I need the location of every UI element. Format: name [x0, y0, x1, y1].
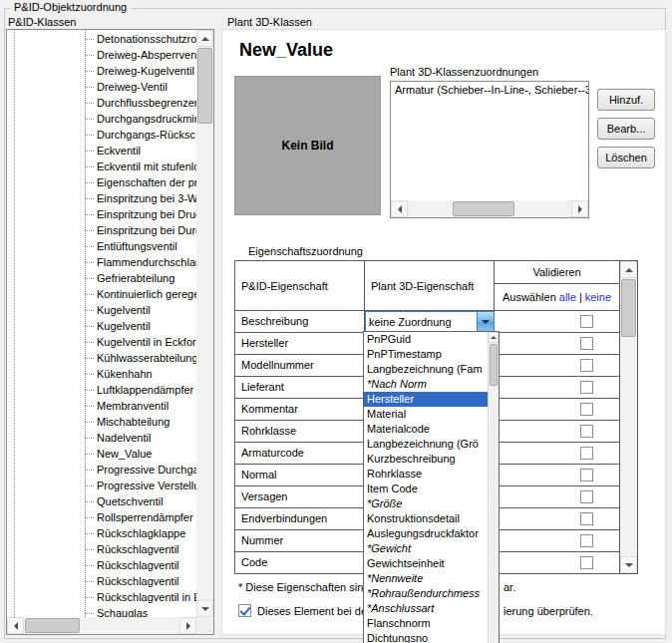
validate-checkbox[interactable] [580, 512, 593, 525]
tree-item[interactable]: Kühlwasserabteilung [7, 350, 196, 366]
validate-checkbox[interactable] [580, 315, 593, 328]
tree-item[interactable]: Kugelventil [7, 302, 196, 318]
scroll-up-button[interactable] [620, 261, 637, 278]
dropdown-option[interactable]: *Rohraußendurchmess [364, 586, 488, 601]
dropdown-option[interactable]: Material [364, 407, 488, 422]
dropdown-scroll-up-button[interactable] [489, 332, 499, 343]
dropdown-option[interactable]: Hersteller [364, 392, 488, 407]
edit-button[interactable]: Bearb... [597, 118, 655, 140]
tree-item[interactable]: Durchflussbegrenzer [7, 95, 196, 111]
validate-checkbox[interactable] [580, 337, 593, 350]
mappings-listbox[interactable]: Armatur (Schieber--In-Line-, Schieber--3… [390, 81, 589, 218]
tree-item[interactable]: Kükenhahn [7, 366, 196, 382]
tree-item[interactable]: Eckventil mit stufenlo [7, 159, 196, 174]
tree-item[interactable]: Entlüftungsventil [7, 238, 196, 254]
scrollbar-thumb[interactable] [621, 279, 636, 337]
dropdown-scrollbar[interactable] [488, 332, 499, 643]
tree-item[interactable]: Membranventil [7, 398, 196, 414]
scroll-right-button[interactable] [179, 617, 196, 634]
tree-item[interactable]: Eigenschaften der pr [7, 174, 196, 190]
tree-item[interactable]: Kugelventil in Eckfor [7, 334, 196, 350]
delete-button[interactable]: Löschen [597, 147, 655, 168]
validate-checkbox[interactable] [580, 556, 593, 569]
validate-checkbox[interactable] [580, 359, 593, 372]
tree-item[interactable]: Schauglas [7, 605, 196, 617]
tree-item[interactable]: Rückschlagventil in E [7, 589, 196, 605]
dropdown-option[interactable]: Dichtungsno [364, 631, 488, 643]
tree-item[interactable]: Durchgangsdruckmin [7, 111, 196, 127]
scrollbar-thumb[interactable] [25, 618, 80, 633]
tree-item[interactable]: Rückschlagklappe [7, 525, 196, 541]
dropdown-option[interactable]: *Anschlussart [364, 601, 488, 616]
scroll-left-button[interactable] [391, 200, 408, 217]
dropdown-option[interactable]: Rohrklasse [364, 467, 488, 482]
tree-item[interactable]: Mischabteilung [7, 414, 196, 430]
validate-checkbox[interactable] [580, 534, 593, 547]
dropdown-option[interactable]: Langbezeichnung (Grö [364, 437, 488, 452]
dropdown-option[interactable]: PnPTimestamp [364, 347, 488, 362]
dropdown-option[interactable]: Item Code [364, 482, 488, 496]
dropdown-option[interactable]: *Größe [364, 496, 488, 511]
tree-item[interactable]: Dreiweg-Absperrvent [7, 47, 196, 63]
table-vertical-scrollbar[interactable] [619, 261, 637, 573]
scroll-right-button[interactable] [571, 200, 588, 217]
tree-item[interactable]: Einspritzung bei Durc [7, 222, 196, 238]
tree-item[interactable]: New_Value [7, 446, 196, 462]
dropdown-option[interactable]: Gewichtseinheit [364, 556, 488, 571]
tree-item[interactable]: Rollsperrendämpfer [7, 509, 196, 525]
validate-checkbox[interactable] [580, 490, 593, 503]
scroll-down-button[interactable] [196, 600, 213, 617]
tree-item[interactable]: Eckventil [7, 143, 196, 159]
tree-item[interactable]: Gefrierabteilung [7, 270, 196, 286]
tree-item[interactable]: Rückschlagventil [7, 541, 196, 557]
dropdown-option[interactable]: Kurzbeschreibung [364, 452, 488, 467]
plant-property-combobox[interactable]: keine Zuordnung [365, 311, 495, 333]
dropdown-option[interactable]: PnPGuid [364, 332, 488, 347]
dropdown-scrollbar-thumb[interactable] [490, 344, 498, 386]
scroll-up-button[interactable] [196, 30, 213, 47]
tree-item[interactable]: Dreiweg-Ventil [7, 79, 196, 95]
tree-item[interactable]: Durchgangs-Rücksc [7, 127, 196, 143]
select-none-link[interactable]: keine [585, 291, 611, 303]
scroll-left-button[interactable] [7, 617, 24, 634]
validate-checkbox[interactable] [580, 381, 593, 394]
tree-horizontal-scrollbar[interactable] [7, 617, 196, 634]
tree-item[interactable]: Einspritzung bei Druc [7, 206, 196, 222]
mapping-item[interactable]: Armatur (Schieber--In-Line-, Schieber--3… [391, 82, 588, 98]
tree-item[interactable]: Progressive Verstellu [7, 478, 196, 493]
dropdown-option[interactable]: *Nach Norm [364, 377, 488, 392]
dropdown-option[interactable]: Flanschnorm [364, 616, 488, 631]
validate-checkbox[interactable] [580, 403, 593, 416]
dropdown-option[interactable]: *Gewicht [364, 541, 488, 556]
tree-item[interactable]: Luftklappendämpfer [7, 382, 196, 398]
scroll-down-button[interactable] [620, 556, 637, 573]
tree-item[interactable]: Rückschlagventil [7, 573, 196, 589]
mappings-horizontal-scrollbar[interactable] [391, 200, 588, 217]
select-all-link[interactable]: alle [559, 291, 576, 303]
tree-item[interactable]: Detonationsschutzro [7, 31, 196, 47]
dropdown-option[interactable]: *Nennweite [364, 571, 488, 586]
tree-item[interactable]: Progressive Durchga [7, 462, 196, 478]
validate-checkbox[interactable] [580, 425, 593, 438]
tree-item[interactable]: Flammendurchschlag [7, 254, 196, 270]
scrollbar-thumb[interactable] [197, 48, 212, 124]
add-button[interactable]: Hinzuf. [597, 89, 655, 111]
tree-item[interactable]: Nadelventil [7, 430, 196, 446]
scrollbar-thumb[interactable] [453, 201, 514, 216]
validate-checkbox[interactable] [580, 469, 593, 482]
validate-checkbox[interactable] [580, 447, 593, 460]
tree-item[interactable]: Kugelventil [7, 318, 196, 334]
tree-item[interactable]: Quetschventil [7, 493, 196, 509]
pid-class-list[interactable]: Detonationsschutzro Dreiweg-Absperrvent … [6, 29, 214, 635]
validate-element-checkbox[interactable] [238, 604, 251, 617]
tree-item[interactable]: Kontinuierlich geregel [7, 286, 196, 302]
tree-item[interactable]: Einspritzung bei 3-W [7, 190, 196, 206]
tree-vertical-scrollbar[interactable] [196, 30, 213, 617]
dropdown-option[interactable]: Konstruktionsdetail [364, 511, 488, 526]
tree-item[interactable]: Rückschlagventil [7, 557, 196, 573]
dropdown-option[interactable]: Auslegungsdruckfaktor [364, 526, 488, 541]
dropdown-option[interactable]: Langbezeichnung (Fam [364, 362, 488, 377]
dropdown-option[interactable]: Materialcode [364, 422, 488, 437]
combobox-dropdown-button[interactable] [477, 312, 494, 332]
tree-item[interactable]: Dreiweg-Kugelventil [7, 63, 196, 79]
